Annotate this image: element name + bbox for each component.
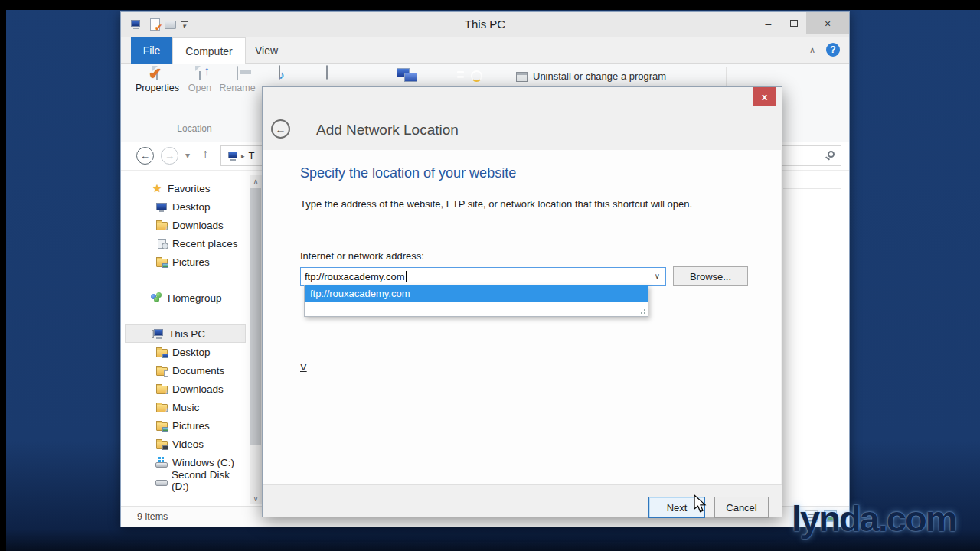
address-combobox[interactable]: ftp://rouxacademy.com ∨ <box>300 267 666 286</box>
monitor-icon <box>156 203 167 210</box>
tab-file[interactable]: File <box>131 37 172 64</box>
lynda-watermark: lynda.com <box>792 497 956 540</box>
combobox-dropdown-icon[interactable]: ∨ <box>655 272 660 280</box>
sidebar-item-downloads-pc[interactable]: ↓ Downloads <box>125 380 246 398</box>
drive-icon <box>155 480 168 486</box>
open-button[interactable]: ↑ Open <box>178 67 221 93</box>
folder-music-icon: ♪ <box>156 404 168 412</box>
folder-desktop-icon <box>156 349 168 357</box>
dialog-body: Specify the location of your website Typ… <box>263 150 781 484</box>
sidebar-item-desktop-pc[interactable]: Desktop <box>125 343 246 361</box>
dialog-heading: Specify the location of your website <box>300 165 516 181</box>
search-icon <box>828 151 835 158</box>
drive-windows-icon <box>155 457 168 468</box>
scrollbar-thumb[interactable] <box>250 188 261 445</box>
folder-pictures-icon <box>156 422 168 431</box>
star-icon: ★ <box>152 182 162 194</box>
folder-documents-icon <box>156 367 168 376</box>
add-network-location-dialog: x ← Add Network Location Specify the loc… <box>262 86 782 517</box>
sidebar-item-documents[interactable]: Documents <box>125 361 246 380</box>
ribbon-group-label: Location <box>152 123 237 134</box>
sidebar-item-favorites[interactable]: ★ Favorites <box>125 179 246 197</box>
homegroup-icon <box>151 292 163 303</box>
rename-icon <box>237 66 238 80</box>
folder-download-icon: ↓ <box>156 386 168 394</box>
sidebar-item-recent-places[interactable]: Recent places <box>125 234 246 253</box>
sidebar-item-music[interactable]: ♪ Music <box>125 398 246 416</box>
properties-button[interactable]: ✔ Properties <box>136 67 178 93</box>
text-caret <box>406 271 407 282</box>
folder-download-icon: ↓ <box>156 222 168 230</box>
tab-view[interactable]: View <box>246 37 287 64</box>
dialog-back-icon[interactable]: ← <box>271 119 290 139</box>
maximize-button[interactable] <box>781 12 806 34</box>
scroll-up-icon[interactable]: ∧ <box>250 175 262 187</box>
tab-computer[interactable]: Computer <box>172 37 246 64</box>
this-pc-icon <box>226 152 237 161</box>
autocomplete-dropdown: ftp://rouxacademy.com <box>304 285 648 317</box>
forward-icon[interactable]: → <box>161 147 178 165</box>
item-count: 9 items <box>137 511 168 522</box>
address-label: Internet or network address: <box>300 250 424 262</box>
letterbox-top <box>0 0 980 10</box>
breadcrumb: T <box>249 150 255 161</box>
dialog-description: Type the address of the website, FTP sit… <box>300 198 692 210</box>
dialog-title: Add Network Location <box>316 122 459 139</box>
sidebar-item-desktop[interactable]: Desktop <box>125 197 246 216</box>
folder-pictures-icon <box>156 259 168 267</box>
rename-button[interactable]: Rename <box>216 67 259 93</box>
divider <box>783 188 841 189</box>
media-server-icon[interactable]: ♪ <box>279 66 280 80</box>
letterbox-left <box>0 0 6 551</box>
scroll-down-icon[interactable]: ∨ <box>250 493 262 504</box>
autocomplete-suggestion[interactable]: ftp://rouxacademy.com <box>305 285 648 302</box>
close-dialog-button[interactable]: x <box>753 87 776 106</box>
collapse-ribbon-icon[interactable]: ∧ <box>809 45 815 55</box>
sidebar-item-videos[interactable]: Videos <box>125 435 246 453</box>
up-icon[interactable]: ↑ <box>202 147 208 161</box>
folder-videos-icon <box>156 441 168 449</box>
properties-icon: ✔ <box>156 66 158 80</box>
sidebar-scrollbar[interactable]: ∧ ∨ <box>250 175 262 504</box>
resize-grip[interactable] <box>640 308 646 315</box>
sidebar-item-pictures-pc[interactable]: Pictures <box>125 416 246 435</box>
history-dropdown-icon[interactable]: ▾ <box>185 150 190 161</box>
window-controls: – × <box>756 12 849 34</box>
open-icon: ↑ <box>199 66 201 80</box>
sidebar-item-second-disk-d[interactable]: Second Disk (D:) <box>125 471 246 490</box>
drive-icon[interactable] <box>326 66 328 80</box>
desktop: ✔ ▾ This PC – × File Computer View ∧ ? <box>0 0 980 551</box>
mouse-cursor <box>691 494 710 517</box>
view-examples-link[interactable]: V <box>300 361 307 373</box>
search-input[interactable] <box>780 145 841 166</box>
back-icon[interactable]: ← <box>136 147 154 165</box>
title-bar: ✔ ▾ This PC – × <box>121 12 849 37</box>
window-title: This PC <box>121 18 849 31</box>
address-value: ftp://rouxacademy.com <box>305 271 405 282</box>
minimize-button[interactable]: – <box>756 12 781 34</box>
sidebar-item-pictures[interactable]: Pictures <box>125 253 246 271</box>
sidebar-item-downloads[interactable]: ↓ Downloads <box>125 216 246 234</box>
browse-button[interactable]: Browse... <box>673 266 748 286</box>
help-icon[interactable]: ? <box>826 43 840 57</box>
recent-places-icon <box>158 239 166 249</box>
sidebar-item-homegroup[interactable]: Homegroup <box>125 289 246 307</box>
ribbon-tabs: File Computer View ∧ ? <box>121 37 849 64</box>
sidebar-item-this-pc[interactable]: This PC <box>125 324 246 343</box>
cancel-button[interactable]: Cancel <box>714 497 769 518</box>
close-window-button[interactable]: × <box>806 12 849 34</box>
uninstall-icon <box>516 72 528 82</box>
uninstall-button[interactable]: Uninstall or change a program <box>516 70 666 82</box>
breadcrumb-arrow-icon: ▸ <box>241 152 245 160</box>
computer-icon <box>152 329 164 339</box>
